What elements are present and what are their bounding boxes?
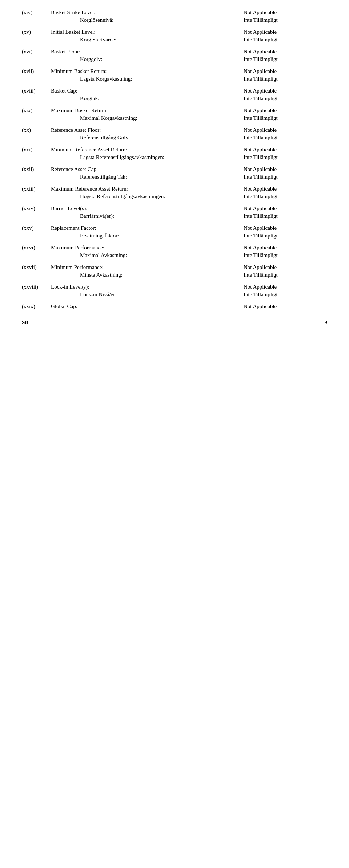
row-group-xxiii: (xxiii) Maximum Reference Asset Return: …	[22, 184, 327, 203]
label-sv-xv: Korg Startvärde:	[51, 37, 244, 43]
page-container: (xiv) Basket Strike Level: Not Applicabl…	[0, 0, 349, 333]
value-sv-xxvii: Inte Tillämpligt	[244, 272, 327, 278]
page-number: 9	[325, 319, 328, 326]
row-main-xxviii: (xxviii) Lock-in Level(s): Not Applicabl…	[22, 282, 327, 291]
value-en-xxiv: Not Applicable	[244, 205, 327, 212]
number-xx: (xx)	[22, 127, 51, 133]
value-sv-xxiv: Inte Tillämpligt	[244, 213, 327, 219]
value-en-xviii: Not Applicable	[244, 88, 327, 94]
row-group-xxii: (xxii) Reference Asset Cap: Not Applicab…	[22, 164, 327, 183]
number-xvi: (xvi)	[22, 49, 51, 55]
row-group-xxi: (xxi) Minimum Reference Asset Return: No…	[22, 144, 327, 163]
row-sub-xxiv: Barriärnivå(er): Inte Tillämpligt	[22, 212, 327, 222]
label-en-xxv: Replacement Factor:	[51, 225, 244, 231]
value-sv-xxvi: Inte Tillämpligt	[244, 252, 327, 258]
page-footer: SB 9	[22, 319, 327, 326]
number-xxi: (xxi)	[22, 147, 51, 153]
row-sub-xviii: Korgtak: Inte Tillämpligt	[22, 95, 327, 105]
number-xvii: (xvii)	[22, 68, 51, 74]
row-group-xxiv: (xxiv) Barrier Level(s): Not Applicable …	[22, 203, 327, 222]
row-main-xv: (xv) Initial Basket Level: Not Applicabl…	[22, 27, 327, 36]
row-sub-xx: Referenstillgång Golv Inte Tillämpligt	[22, 134, 327, 144]
row-main-xxi: (xxi) Minimum Reference Asset Return: No…	[22, 144, 327, 154]
value-sv-xv: Inte Tillämpligt	[244, 37, 327, 43]
value-sv-xviii: Inte Tillämpligt	[244, 95, 327, 102]
value-en-xiv: Not Applicable	[244, 9, 327, 16]
row-main-xx: (xx) Reference Asset Floor: Not Applicab…	[22, 125, 327, 134]
number-xxv: (xxv)	[22, 225, 51, 231]
row-sub-xxi: Lägsta Referenstillgångsavkastningen: In…	[22, 154, 327, 163]
value-sv-xxv: Inte Tillämpligt	[244, 233, 327, 239]
row-main-xviii: (xviii) Basket Cap: Not Applicable	[22, 86, 327, 95]
number-xv: (xv)	[22, 29, 51, 35]
value-sv-xx: Inte Tillämpligt	[244, 135, 327, 141]
value-sv-xxii: Inte Tillämpligt	[244, 174, 327, 180]
value-en-xxi: Not Applicable	[244, 147, 327, 153]
value-sv-xxviii: Inte Tillämpligt	[244, 292, 327, 298]
number-xxvi: (xxvi)	[22, 245, 51, 251]
label-en-xvi: Basket Floor:	[51, 49, 244, 55]
label-sv-xxiv: Barriärnivå(er):	[51, 213, 244, 219]
value-en-xxii: Not Applicable	[244, 166, 327, 172]
label-en-xxi: Minimum Reference Asset Return:	[51, 147, 244, 153]
label-en-xviii: Basket Cap:	[51, 88, 244, 94]
value-en-xvii: Not Applicable	[244, 68, 327, 74]
label-en-xv: Initial Basket Level:	[51, 29, 244, 35]
row-group-xxv: (xxv) Replacement Factor: Not Applicable…	[22, 223, 327, 242]
row-group-xvii: (xvii) Minimum Basket Return: Not Applic…	[22, 66, 327, 85]
row-group-xvi: (xvi) Basket Floor: Not Applicable Korgg…	[22, 46, 327, 65]
row-group-xix: (xix) Maximum Basket Return: Not Applica…	[22, 105, 327, 124]
row-sub-xvi: Korggolv: Inte Tillämpligt	[22, 56, 327, 65]
value-en-xxvii: Not Applicable	[244, 264, 327, 270]
row-group-xiv: (xiv) Basket Strike Level: Not Applicabl…	[22, 7, 327, 26]
label-sv-xix: Maximal Korgavkastning:	[51, 115, 244, 121]
row-group-xxviii: (xxviii) Lock-in Level(s): Not Applicabl…	[22, 282, 327, 301]
value-sv-xxi: Inte Tillämpligt	[244, 154, 327, 160]
row-group-xxix: (xxix) Global Cap: Not Applicable	[22, 301, 327, 310]
row-group-xviii: (xviii) Basket Cap: Not Applicable Korgt…	[22, 86, 327, 105]
row-main-xiv: (xiv) Basket Strike Level: Not Applicabl…	[22, 7, 327, 16]
label-en-xxvi: Maximum Performance:	[51, 245, 244, 251]
row-sub-xxviii: Lock-in Nivå/er: Inte Tillämpligt	[22, 291, 327, 301]
number-xxvii: (xxvii)	[22, 264, 51, 270]
row-sub-xix: Maximal Korgavkastning: Inte Tillämpligt	[22, 114, 327, 124]
row-sub-xxvii: Minsta Avkastning: Inte Tillämpligt	[22, 271, 327, 281]
row-sub-xvii: Lägsta Korgavkastning: Inte Tillämpligt	[22, 75, 327, 85]
number-xxii: (xxii)	[22, 166, 51, 172]
row-main-xxii: (xxii) Reference Asset Cap: Not Applicab…	[22, 164, 327, 173]
value-en-xxviii: Not Applicable	[244, 284, 327, 290]
row-sub-xxii: Referenstillgång Tak: Inte Tillämpligt	[22, 173, 327, 183]
label-en-xix: Maximum Basket Return:	[51, 107, 244, 114]
value-sv-xvi: Inte Tillämpligt	[244, 56, 327, 62]
label-en-xxvii: Minimum Performance:	[51, 264, 244, 270]
row-group-xxvi: (xxvi) Maximum Performance: Not Applicab…	[22, 243, 327, 261]
row-main-xxvii: (xxvii) Minimum Performance: Not Applica…	[22, 262, 327, 271]
row-sub-xxiii: Högsta Referenstillgångsavkastningen: In…	[22, 193, 327, 203]
label-sv-xxvii: Minsta Avkastning:	[51, 272, 244, 278]
label-en-xiv: Basket Strike Level:	[51, 9, 244, 16]
label-sv-xxvi: Maximal Avkastning:	[51, 252, 244, 258]
number-xxviii: (xxviii)	[22, 284, 51, 290]
number-xxiv: (xxiv)	[22, 205, 51, 212]
row-main-xvi: (xvi) Basket Floor: Not Applicable	[22, 46, 327, 56]
footer-initials: SB	[22, 319, 28, 326]
label-sv-xxviii: Lock-in Nivå/er:	[51, 292, 244, 298]
row-main-xxix: (xxix) Global Cap: Not Applicable	[22, 301, 327, 310]
label-en-xxix: Global Cap:	[51, 303, 244, 310]
label-sv-xxii: Referenstillgång Tak:	[51, 174, 244, 180]
row-main-xxiii: (xxiii) Maximum Reference Asset Return: …	[22, 184, 327, 193]
value-en-xxvi: Not Applicable	[244, 245, 327, 251]
label-sv-xxv: Ersättningsfaktor:	[51, 233, 244, 239]
label-sv-xviii: Korgtak:	[51, 95, 244, 102]
row-main-xix: (xix) Maximum Basket Return: Not Applica…	[22, 105, 327, 114]
value-en-xxv: Not Applicable	[244, 225, 327, 231]
main-table: (xiv) Basket Strike Level: Not Applicabl…	[22, 7, 327, 310]
value-sv-xix: Inte Tillämpligt	[244, 115, 327, 121]
row-main-xxvi: (xxvi) Maximum Performance: Not Applicab…	[22, 243, 327, 252]
number-xix: (xix)	[22, 107, 51, 114]
value-en-xxiii: Not Applicable	[244, 186, 327, 192]
value-en-xvi: Not Applicable	[244, 49, 327, 55]
label-en-xxiii: Maximum Reference Asset Return:	[51, 186, 244, 192]
number-xviii: (xviii)	[22, 88, 51, 94]
row-sub-xiv: Korglösennivå: Inte Tillämpligt	[22, 16, 327, 26]
